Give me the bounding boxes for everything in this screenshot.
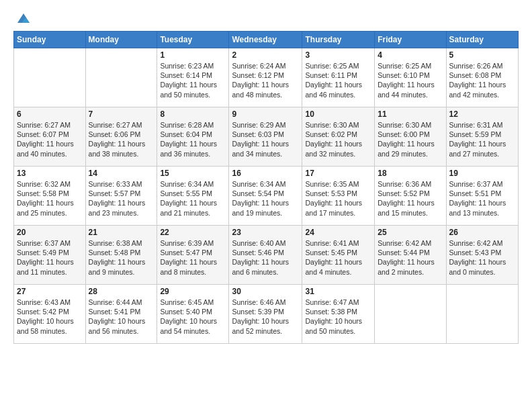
calendar-cell: 2Sunrise: 6:24 AM Sunset: 6:12 PM Daylig…	[229, 48, 302, 107]
calendar-cell: 22Sunrise: 6:39 AM Sunset: 5:47 PM Dayli…	[157, 226, 229, 285]
calendar-cell	[14, 48, 86, 107]
day-info: Sunrise: 6:33 AM Sunset: 5:57 PM Dayligh…	[89, 179, 154, 218]
day-number: 2	[232, 50, 299, 60]
day-info: Sunrise: 6:31 AM Sunset: 5:59 PM Dayligh…	[449, 120, 515, 158]
day-number: 16	[232, 169, 299, 178]
day-info: Sunrise: 6:34 AM Sunset: 5:55 PM Dayligh…	[160, 179, 226, 218]
day-number: 27	[17, 287, 83, 296]
day-number: 22	[160, 228, 226, 237]
day-number: 18	[378, 169, 443, 178]
calendar-cell: 24Sunrise: 6:41 AM Sunset: 5:45 PM Dayli…	[302, 226, 375, 285]
day-number: 31	[305, 287, 371, 296]
day-number: 30	[232, 287, 299, 296]
calendar-day-header: Tuesday	[157, 32, 229, 48]
day-number: 14	[89, 169, 154, 178]
day-number: 24	[305, 228, 371, 237]
day-number: 9	[232, 109, 299, 119]
calendar-week-row: 1Sunrise: 6:23 AM Sunset: 6:14 PM Daylig…	[14, 48, 519, 107]
day-info: Sunrise: 6:25 AM Sunset: 6:10 PM Dayligh…	[378, 61, 443, 99]
calendar-day-header: Monday	[85, 32, 157, 48]
day-number: 11	[378, 109, 443, 119]
calendar-cell	[446, 285, 518, 344]
day-info: Sunrise: 6:45 AM Sunset: 5:40 PM Dayligh…	[160, 298, 226, 336]
day-number: 15	[160, 169, 226, 178]
day-info: Sunrise: 6:30 AM Sunset: 6:00 PM Dayligh…	[378, 120, 443, 158]
calendar-cell: 20Sunrise: 6:37 AM Sunset: 5:49 PM Dayli…	[14, 226, 86, 285]
day-info: Sunrise: 6:46 AM Sunset: 5:39 PM Dayligh…	[232, 298, 299, 336]
day-info: Sunrise: 6:29 AM Sunset: 6:03 PM Dayligh…	[232, 120, 299, 158]
day-number: 5	[449, 50, 515, 60]
day-info: Sunrise: 6:35 AM Sunset: 5:53 PM Dayligh…	[305, 179, 371, 218]
day-number: 12	[449, 109, 515, 119]
day-info: Sunrise: 6:36 AM Sunset: 5:52 PM Dayligh…	[378, 179, 443, 218]
day-number: 7	[89, 109, 154, 119]
calendar-cell: 8Sunrise: 6:28 AM Sunset: 6:04 PM Daylig…	[157, 107, 229, 167]
day-info: Sunrise: 6:41 AM Sunset: 5:45 PM Dayligh…	[305, 238, 371, 277]
calendar-day-header: Sunday	[14, 32, 86, 48]
day-number: 23	[232, 228, 299, 237]
calendar-cell: 25Sunrise: 6:42 AM Sunset: 5:44 PM Dayli…	[375, 226, 446, 285]
calendar-cell	[85, 48, 157, 107]
header	[13, 11, 519, 26]
day-number: 17	[305, 169, 371, 178]
calendar-cell: 21Sunrise: 6:38 AM Sunset: 5:48 PM Dayli…	[85, 226, 157, 285]
day-info: Sunrise: 6:38 AM Sunset: 5:48 PM Dayligh…	[89, 238, 154, 277]
day-number: 13	[17, 169, 83, 178]
calendar-cell: 14Sunrise: 6:33 AM Sunset: 5:57 PM Dayli…	[85, 167, 157, 226]
calendar-day-header: Saturday	[446, 32, 518, 48]
day-info: Sunrise: 6:28 AM Sunset: 6:04 PM Dayligh…	[160, 120, 226, 158]
day-number: 21	[89, 228, 154, 237]
calendar-cell: 26Sunrise: 6:42 AM Sunset: 5:43 PM Dayli…	[446, 226, 518, 285]
day-number: 4	[378, 50, 443, 60]
day-number: 25	[378, 228, 443, 237]
calendar-cell: 10Sunrise: 6:30 AM Sunset: 6:02 PM Dayli…	[302, 107, 375, 167]
calendar-cell: 7Sunrise: 6:27 AM Sunset: 6:06 PM Daylig…	[85, 107, 157, 167]
calendar-cell: 29Sunrise: 6:45 AM Sunset: 5:40 PM Dayli…	[157, 285, 229, 344]
day-info: Sunrise: 6:39 AM Sunset: 5:47 PM Dayligh…	[160, 238, 226, 277]
calendar-cell: 13Sunrise: 6:32 AM Sunset: 5:58 PM Dayli…	[14, 167, 86, 226]
day-info: Sunrise: 6:32 AM Sunset: 5:58 PM Dayligh…	[17, 179, 83, 218]
calendar-cell: 3Sunrise: 6:25 AM Sunset: 6:11 PM Daylig…	[302, 48, 375, 107]
day-info: Sunrise: 6:27 AM Sunset: 6:06 PM Dayligh…	[89, 120, 154, 158]
calendar-cell: 1Sunrise: 6:23 AM Sunset: 6:14 PM Daylig…	[157, 48, 229, 107]
calendar-day-header: Thursday	[302, 32, 375, 48]
calendar-cell	[375, 285, 446, 344]
day-number: 8	[160, 109, 226, 119]
calendar-cell: 30Sunrise: 6:46 AM Sunset: 5:39 PM Dayli…	[229, 285, 302, 344]
calendar-cell: 19Sunrise: 6:37 AM Sunset: 5:51 PM Dayli…	[446, 167, 518, 226]
calendar-cell: 23Sunrise: 6:40 AM Sunset: 5:46 PM Dayli…	[229, 226, 302, 285]
calendar-cell: 4Sunrise: 6:25 AM Sunset: 6:10 PM Daylig…	[375, 48, 446, 107]
calendar-cell: 18Sunrise: 6:36 AM Sunset: 5:52 PM Dayli…	[375, 167, 446, 226]
calendar-cell: 9Sunrise: 6:29 AM Sunset: 6:03 PM Daylig…	[229, 107, 302, 167]
day-number: 1	[160, 50, 226, 60]
calendar-cell: 31Sunrise: 6:47 AM Sunset: 5:38 PM Dayli…	[302, 285, 375, 344]
day-info: Sunrise: 6:27 AM Sunset: 6:07 PM Dayligh…	[17, 120, 83, 158]
day-number: 29	[160, 287, 226, 296]
day-number: 19	[449, 169, 515, 178]
calendar-day-header: Wednesday	[229, 32, 302, 48]
day-number: 6	[17, 109, 83, 119]
calendar-cell: 28Sunrise: 6:44 AM Sunset: 5:41 PM Dayli…	[85, 285, 157, 344]
day-info: Sunrise: 6:37 AM Sunset: 5:51 PM Dayligh…	[449, 179, 515, 218]
calendar-day-header: Friday	[375, 32, 446, 48]
calendar-cell: 27Sunrise: 6:43 AM Sunset: 5:42 PM Dayli…	[14, 285, 86, 344]
calendar-cell: 17Sunrise: 6:35 AM Sunset: 5:53 PM Dayli…	[302, 167, 375, 226]
logo	[13, 11, 31, 26]
calendar-week-row: 6Sunrise: 6:27 AM Sunset: 6:07 PM Daylig…	[14, 107, 519, 167]
calendar-week-row: 27Sunrise: 6:43 AM Sunset: 5:42 PM Dayli…	[14, 285, 519, 344]
day-info: Sunrise: 6:26 AM Sunset: 6:08 PM Dayligh…	[449, 61, 515, 99]
calendar-week-row: 20Sunrise: 6:37 AM Sunset: 5:49 PM Dayli…	[14, 226, 519, 285]
calendar-cell: 11Sunrise: 6:30 AM Sunset: 6:00 PM Dayli…	[375, 107, 446, 167]
calendar-cell: 5Sunrise: 6:26 AM Sunset: 6:08 PM Daylig…	[446, 48, 518, 107]
logo-icon	[16, 11, 31, 26]
day-info: Sunrise: 6:23 AM Sunset: 6:14 PM Dayligh…	[160, 61, 226, 99]
day-number: 3	[305, 50, 371, 60]
day-info: Sunrise: 6:44 AM Sunset: 5:41 PM Dayligh…	[89, 298, 154, 336]
day-info: Sunrise: 6:37 AM Sunset: 5:49 PM Dayligh…	[17, 238, 83, 277]
day-info: Sunrise: 6:24 AM Sunset: 6:12 PM Dayligh…	[232, 61, 299, 99]
calendar: SundayMondayTuesdayWednesdayThursdayFrid…	[13, 31, 519, 344]
calendar-cell: 12Sunrise: 6:31 AM Sunset: 5:59 PM Dayli…	[446, 107, 518, 167]
day-number: 28	[89, 287, 154, 296]
day-info: Sunrise: 6:25 AM Sunset: 6:11 PM Dayligh…	[305, 61, 371, 99]
calendar-cell: 6Sunrise: 6:27 AM Sunset: 6:07 PM Daylig…	[14, 107, 86, 167]
